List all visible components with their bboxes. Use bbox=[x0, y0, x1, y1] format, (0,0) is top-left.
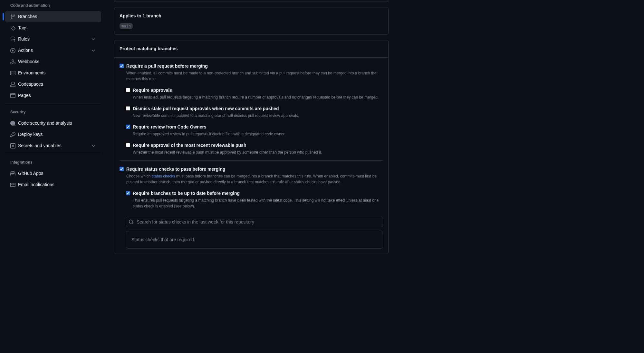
chevron-down-icon bbox=[91, 48, 96, 53]
input-top-border bbox=[114, 0, 389, 2]
rule-title: Require a pull request before merging bbox=[126, 63, 383, 70]
status-search-input[interactable] bbox=[126, 217, 383, 227]
status-checks-required: Status checks that are required. bbox=[126, 231, 383, 249]
rule-desc: When enabled, all commits must be made t… bbox=[126, 70, 383, 82]
sidebar-heading-integrations: Integrations bbox=[5, 157, 101, 168]
sidebar-item-pages[interactable]: Pages bbox=[5, 90, 101, 101]
sidebar-item-rules[interactable]: Rules bbox=[5, 33, 101, 45]
search-icon bbox=[129, 219, 134, 224]
rule-title: Dismiss stale pull request approvals whe… bbox=[133, 105, 383, 112]
rule-require-recent-push: Require approval of the most recent revi… bbox=[126, 142, 383, 160]
sidebar-item-label: Rules bbox=[18, 36, 30, 43]
rule-desc: This ensures pull requests targeting a m… bbox=[133, 197, 383, 209]
sidebar-item-label: Webhooks bbox=[18, 58, 39, 65]
protect-header: Protect matching branches bbox=[114, 40, 388, 58]
sidebar-item-label: Deploy keys bbox=[18, 131, 43, 138]
sidebar-item-label: Branches bbox=[18, 13, 37, 20]
key-asterisk-icon bbox=[10, 143, 15, 148]
rule-desc: New reviewable commits pushed to a match… bbox=[133, 113, 383, 119]
rule-title: Require approvals bbox=[133, 87, 383, 94]
sidebar-item-deploy-keys[interactable]: Deploy keys bbox=[5, 129, 101, 140]
applies-card: Applies to 1 branch main bbox=[114, 7, 389, 35]
rule-title: Require branches to be up to date before… bbox=[133, 190, 383, 197]
codescan-icon bbox=[10, 121, 15, 126]
status-checks-link[interactable]: status checks bbox=[152, 174, 175, 178]
sidebar-item-actions[interactable]: Actions bbox=[5, 45, 101, 56]
checkbox-require-uptodate[interactable] bbox=[126, 191, 130, 195]
sidebar-item-label: Email notifications bbox=[18, 181, 54, 188]
sidebar-item-label: Code security and analysis bbox=[18, 120, 72, 127]
rule-desc: When enabled, pull requests targeting a … bbox=[133, 94, 383, 100]
sidebar-item-environments[interactable]: Environments bbox=[5, 67, 101, 79]
sidebar-item-codespaces[interactable]: Codespaces bbox=[5, 79, 101, 90]
sidebar-item-code-security[interactable]: Code security and analysis bbox=[5, 118, 101, 129]
sidebar-heading-code-automation: Code and automation bbox=[5, 0, 101, 11]
codespaces-icon bbox=[10, 82, 15, 87]
rule-desc: Whether the most recent reviewable push … bbox=[133, 149, 383, 155]
checkbox-dismiss-stale[interactable] bbox=[126, 106, 130, 110]
repo-push-icon bbox=[10, 37, 15, 42]
server-icon bbox=[10, 71, 15, 76]
rule-require-approvals: Require approvals When enabled, pull req… bbox=[126, 87, 383, 105]
checkbox-require-recent-push[interactable] bbox=[126, 143, 130, 147]
checkbox-require-pr[interactable] bbox=[120, 64, 124, 68]
sidebar-divider bbox=[5, 104, 101, 104]
sidebar-divider bbox=[5, 154, 101, 154]
sidebar-item-label: Actions bbox=[18, 47, 33, 54]
browser-icon bbox=[10, 93, 15, 98]
branch-pill: main bbox=[120, 23, 133, 29]
rule-title: Require review from Code Owners bbox=[133, 124, 383, 130]
sidebar-item-secrets-variables[interactable]: Secrets and variables bbox=[5, 140, 101, 151]
sidebar-item-label: Environments bbox=[18, 70, 46, 76]
rule-desc: Require an approved review in pull reque… bbox=[133, 131, 383, 137]
sidebar-item-label: Codespaces bbox=[18, 81, 43, 88]
sidebar-item-label: GitHub Apps bbox=[18, 170, 43, 177]
chevron-down-icon bbox=[91, 143, 96, 148]
rule-require-pr: Require a pull request before merging Wh… bbox=[120, 63, 383, 87]
applies-title: Applies to 1 branch bbox=[120, 13, 383, 21]
play-icon bbox=[10, 48, 15, 53]
rule-dismiss-stale: Dismiss stale pull request approvals whe… bbox=[126, 105, 383, 124]
rule-title: Require approval of the most recent revi… bbox=[133, 142, 383, 149]
sidebar-item-label: Secrets and variables bbox=[18, 142, 62, 149]
sidebar-heading-security: Security bbox=[5, 107, 101, 118]
rule-require-uptodate: Require branches to be up to date before… bbox=[126, 190, 383, 214]
hubot-icon bbox=[10, 171, 15, 176]
rule-desc: Choose which status checks must pass bef… bbox=[126, 173, 383, 185]
sidebar-item-tags[interactable]: Tags bbox=[5, 22, 101, 33]
sidebar-item-label: Pages bbox=[18, 92, 31, 99]
webhook-icon bbox=[10, 59, 15, 64]
chevron-down-icon bbox=[91, 37, 96, 42]
rule-title: Require status checks to pass before mer… bbox=[126, 166, 383, 173]
checkbox-require-status[interactable] bbox=[120, 167, 124, 171]
tag-icon bbox=[10, 25, 15, 31]
sidebar-item-webhooks[interactable]: Webhooks bbox=[5, 56, 101, 67]
mail-icon bbox=[10, 182, 15, 187]
protect-card: Protect matching branches Require a pull… bbox=[114, 40, 389, 254]
sidebar-item-email-notifications[interactable]: Email notifications bbox=[5, 179, 101, 190]
rule-require-status: Require status checks to pass before mer… bbox=[120, 166, 383, 190]
rule-require-codeowners: Require review from Code Owners Require … bbox=[126, 124, 383, 142]
sidebar-item-label: Tags bbox=[18, 24, 28, 31]
git-branch-icon bbox=[10, 14, 15, 19]
status-search-box bbox=[126, 217, 383, 227]
sidebar-item-github-apps[interactable]: GitHub Apps bbox=[5, 168, 101, 179]
key-icon bbox=[10, 132, 15, 137]
checkbox-require-approvals[interactable] bbox=[126, 88, 130, 92]
checkbox-require-codeowners[interactable] bbox=[126, 125, 130, 129]
sidebar-item-branches[interactable]: Branches bbox=[5, 11, 101, 22]
